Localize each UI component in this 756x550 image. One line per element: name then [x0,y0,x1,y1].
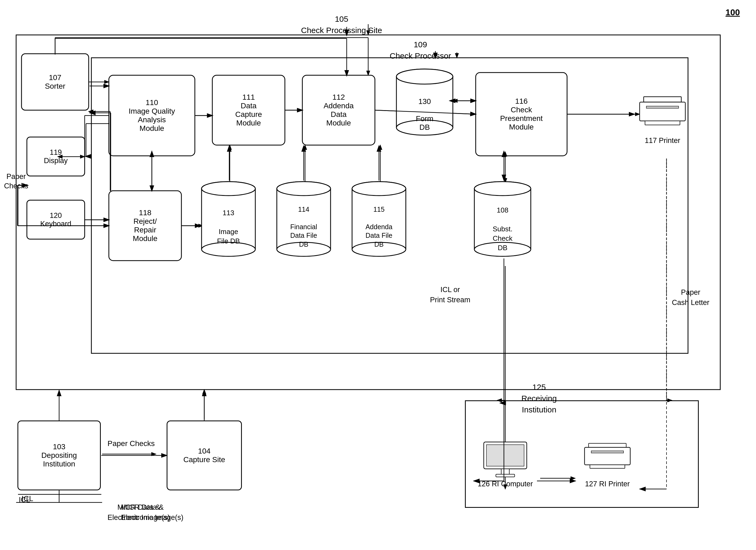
label-icl-bottom: ICL [19,496,30,504]
svg-rect-90 [486,445,524,466]
label-paper-cash-letter: Paper Cash Letter [672,287,710,308]
svg-rect-92 [496,474,515,477]
printer-117: 117 Printer [634,94,691,145]
box-111: 111 Data Capture Module [212,75,285,145]
box-keyboard: 120 Keyboard [27,200,85,239]
box-110: 110 Image Quality Analysis Module [109,75,195,156]
ri-printer-127: 127 RI Printer [575,441,640,488]
svg-point-84 [474,182,531,196]
label-check-processor: 109 Check Processor [390,39,451,62]
box-116: 116 Check Presentment Module [476,73,567,156]
db-108: 108 Subst. Check DB [473,180,532,258]
ri-computer-126: 126 RI Computer [473,441,538,488]
svg-rect-93 [589,443,626,447]
box-sorter: 107 Sorter [22,54,89,110]
label-receiving-institution: 125 Receiving Institution [521,382,557,415]
svg-rect-95 [591,451,624,453]
db-113: 113 Image File DB [200,180,257,258]
label-paper-checks-bottom: Paper Checks [108,439,155,448]
box-118: 118 Reject/ Repair Module [109,191,181,261]
svg-point-78 [352,182,406,196]
db-114: 114 Financial Data File DB [275,180,332,258]
svg-rect-85 [644,97,681,102]
svg-point-60 [396,69,453,84]
ref-number: 100 [726,8,740,17]
label-micr-electronic: MICR Data & Electronic Image(s) [121,502,184,523]
svg-rect-91 [501,469,509,474]
svg-rect-94 [585,447,630,465]
svg-rect-87 [646,106,679,108]
svg-point-72 [277,182,331,196]
label-icl-print-stream: ICL or Print Stream [430,285,470,305]
label-check-processing-site: 105 Check Processing Site [301,13,382,36]
svg-rect-88 [645,121,680,125]
svg-point-66 [202,182,255,196]
box-capture-site: 104 Capture Site [167,420,242,490]
label-paper-checks-left: Paper Checks [4,172,28,191]
box-depositing-institution: 103 Depositing Institution [17,420,101,490]
svg-rect-86 [640,102,685,121]
db-115: 115 Addenda Data File DB [351,180,407,258]
db-130: 130 Form DB [395,67,454,137]
diagram: 100 105 Check Processing Site 109 Check … [0,0,756,550]
box-112: 112 Addenda Data Module [302,75,375,145]
box-display: 119 Display [27,137,85,176]
svg-rect-96 [590,465,625,468]
